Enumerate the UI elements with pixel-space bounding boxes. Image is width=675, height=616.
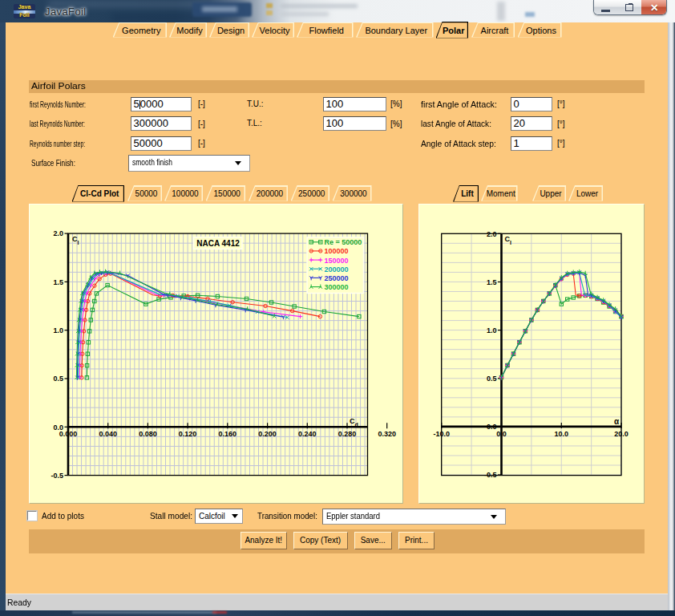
svg-text:0.040: 0.040 <box>99 430 117 438</box>
svg-text:0.000: 0.000 <box>59 430 78 438</box>
svg-text:d: d <box>355 422 358 428</box>
svg-text:1.0: 1.0 <box>487 326 497 334</box>
svg-text:Re = 50000: Re = 50000 <box>325 238 362 246</box>
svg-text:0.5: 0.5 <box>487 375 497 383</box>
svg-text:1.0: 1.0 <box>53 326 63 334</box>
svg-text:20.0: 20.0 <box>614 430 629 438</box>
svg-text:0.0: 0.0 <box>496 430 507 438</box>
svg-text:200000: 200000 <box>325 265 349 274</box>
svg-text:-0.5: -0.5 <box>484 471 497 479</box>
svg-text:1.5: 1.5 <box>53 278 63 286</box>
svg-text:300000: 300000 <box>325 283 349 291</box>
svg-text:0.160: 0.160 <box>219 430 237 438</box>
svg-text:-0.5: -0.5 <box>51 472 63 480</box>
svg-text:0.320: 0.320 <box>378 430 396 438</box>
svg-text:150000: 150000 <box>325 257 349 265</box>
svg-text:100000: 100000 <box>325 247 349 255</box>
svg-text:l: l <box>510 240 511 245</box>
svg-text:1.5: 1.5 <box>487 278 497 286</box>
svg-text:2.0: 2.0 <box>53 229 63 237</box>
svg-text:0.0: 0.0 <box>487 423 497 431</box>
svg-text:l: l <box>78 240 79 245</box>
svg-text:0.080: 0.080 <box>139 430 157 438</box>
svg-text:0.5: 0.5 <box>53 375 63 383</box>
svg-text:250000: 250000 <box>325 274 349 282</box>
svg-text:NACA 4412: NACA 4412 <box>196 239 240 248</box>
svg-text:10.0: 10.0 <box>555 430 569 438</box>
svg-text:0.200: 0.200 <box>258 430 277 438</box>
svg-text:-10.0: -10.0 <box>433 430 450 438</box>
svg-text:2.0: 2.0 <box>487 230 497 238</box>
svg-text:0.120: 0.120 <box>179 430 197 438</box>
svg-text:0.240: 0.240 <box>298 430 317 438</box>
svg-text:α: α <box>614 417 620 426</box>
svg-text:0.280: 0.280 <box>338 430 357 438</box>
